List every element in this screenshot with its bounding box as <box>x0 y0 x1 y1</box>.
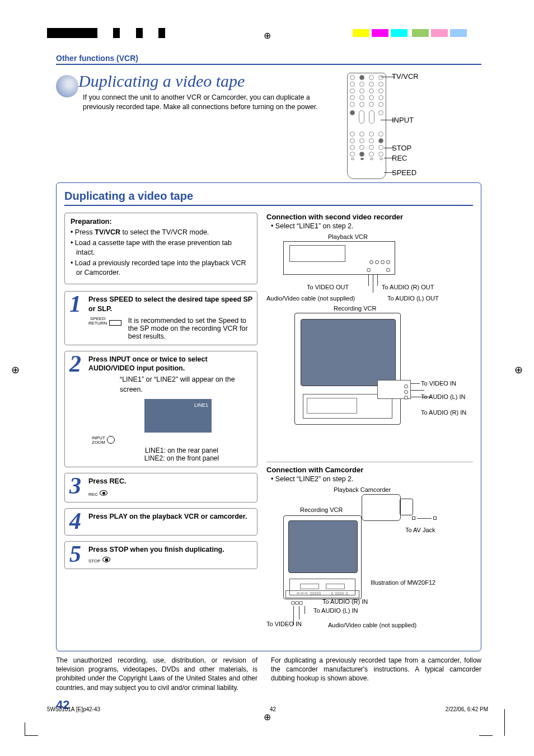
tv-screen-preview: LINE1 <box>144 399 212 433</box>
step-heading: Press SPEED to select the desired tape s… <box>88 295 252 313</box>
section-header: Other functions (VCR) <box>56 54 481 65</box>
step-heading: Press STOP when you finish duplicating. <box>88 545 252 554</box>
step-heading: Press INPUT once or twice to select AUDI… <box>88 355 252 373</box>
diagram-vcr-connection: Playback VCR To VIDEO OUT To AUDIO (R) O… <box>266 233 473 457</box>
caption-line2: LINE2: on the front panel <box>111 454 252 462</box>
intro-text: If you connect the unit to another VCR o… <box>83 93 341 112</box>
connection-vcr-note: Select “LINE1” on step 2. <box>271 222 473 230</box>
crop-mark-br <box>479 722 493 736</box>
register-mark-left-icon: ⊕ <box>11 364 20 376</box>
step-1: 1 Press SPEED to select the desired tape… <box>64 291 257 345</box>
step-heading: Press REC. <box>88 477 252 486</box>
step-body: “LINE1” or “LINE2” will appear on the sc… <box>120 375 252 395</box>
remote-label-input: INPUT <box>392 116 414 124</box>
crop-marks-top: ⊕ <box>0 28 534 40</box>
remote-body <box>347 73 386 179</box>
footer-date: 2/22/06, 6:42 PM <box>446 706 488 712</box>
sphere-bullet-icon <box>56 75 78 97</box>
step-4: 4 Press PLAY on the playback VCR or camc… <box>64 508 257 536</box>
step-5: 5 Press STOP when you finish duplicating… <box>64 541 257 569</box>
footer-file: 5W50101A [E]p42-43 <box>47 706 100 712</box>
speed-button-icon: SPEED RETURN <box>88 317 121 326</box>
copyright-note: The unauthorized recording, use, distrib… <box>56 656 257 692</box>
rec-button-icon: REC <box>88 490 252 497</box>
input-button-icon: INPUT ZOOM <box>92 436 252 445</box>
register-mark-icon: ⊕ <box>264 30 271 41</box>
black-bar <box>47 28 187 38</box>
stop-button-icon: STOP <box>88 556 252 564</box>
caption-line1: LINE1: on the rear panel <box>111 447 252 454</box>
register-mark-right-icon: ⊕ <box>514 364 523 376</box>
remote-label-speed: SPEED <box>392 169 416 176</box>
connection-vcr-title: Connection with second video recorder <box>266 213 473 221</box>
prep-item: Press TV/VCR to select the TV/VCR mode. <box>71 228 251 237</box>
prep-item: Load a previously recorded tape into the… <box>71 259 251 278</box>
diagram-camcorder-connection: Playback Camcorder To AV Jack Recording … <box>266 486 473 643</box>
prep-item: Load a cassette tape with the erase prev… <box>71 238 251 257</box>
crop-mark-bl <box>25 722 38 736</box>
remote-label-stop: STOP <box>392 144 411 152</box>
register-mark-bottom-icon: ⊕ <box>264 712 271 722</box>
preparation-label: Preparation: <box>71 218 251 226</box>
step-body: It is recommended to set the Speed to th… <box>128 317 252 340</box>
remote-diagram: TV/VCR INPUT STOP REC SPEED <box>347 73 481 179</box>
remote-label-tvvcr: TV/VCR <box>392 73 419 80</box>
step-2: 2 Press INPUT once or twice to select AU… <box>64 351 257 468</box>
step-3: 3 Press REC. REC <box>64 473 257 502</box>
camcorder-procedure-note: For duplicating a previously recorded ta… <box>271 656 481 683</box>
main-heading: Duplicating a video tape <box>64 190 473 206</box>
footer-page: 42 <box>270 706 276 712</box>
connection-camcorder-title: Connection with Camcorder <box>266 466 473 474</box>
step-heading: Press PLAY on the playback VCR or camcor… <box>88 512 252 521</box>
preparation-box: Preparation: Press TV/VCR to select the … <box>64 213 257 284</box>
main-instruction-box: Duplicating a video tape Preparation: Pr… <box>56 182 481 651</box>
page-title: Duplicating a video tape <box>78 72 245 90</box>
crop-mark-br2 <box>504 709 505 736</box>
remote-label-rec: REC <box>392 154 407 162</box>
connection-camcorder-note: Select “LINE2” on step 2. <box>271 475 473 483</box>
color-bar <box>350 29 467 39</box>
